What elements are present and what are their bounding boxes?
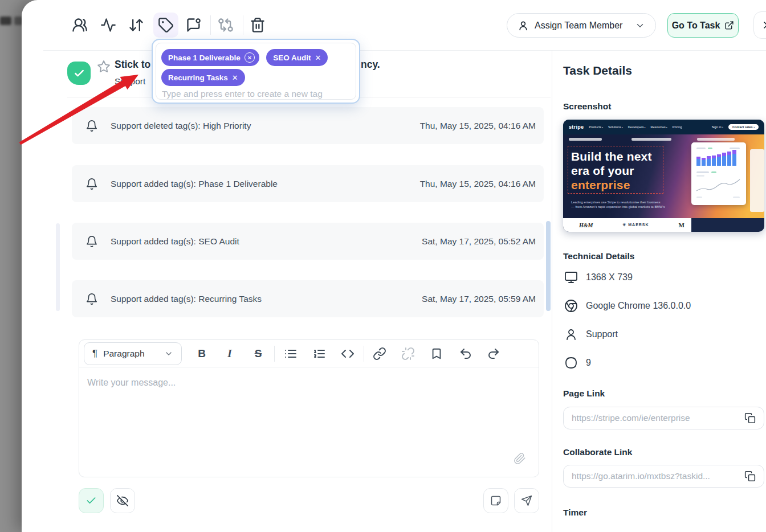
tag-chip-label: SEO Audit <box>273 54 311 62</box>
close-icon <box>761 19 766 31</box>
send-icon <box>521 495 532 506</box>
internal-note-button[interactable] <box>483 488 508 513</box>
link-button[interactable] <box>372 346 388 362</box>
bookmark-button[interactable] <box>429 346 445 362</box>
task-status-avatar[interactable] <box>67 62 91 85</box>
strikethrough-button[interactable]: S <box>250 346 266 362</box>
close-button[interactable] <box>753 11 766 39</box>
thumbnail-logos: H&M ✳ MAERSK M <box>563 218 691 232</box>
toolbar-divider <box>364 346 364 362</box>
new-tag-input-placeholder[interactable]: Type and press enter to create a new tag <box>162 89 323 99</box>
message-input[interactable]: Write your message... <box>79 367 539 477</box>
tech-count-row: 9 <box>564 356 591 370</box>
chevron-down-icon <box>635 21 645 31</box>
activity-time: Sat, May 17, 2025, 05:52 AM <box>422 236 536 247</box>
go-to-task-button[interactable]: Go To Task <box>667 13 739 38</box>
remove-tag-icon[interactable]: ✕ <box>232 73 238 82</box>
eye-off-icon <box>116 494 129 507</box>
remove-tag-icon[interactable]: ✕ <box>315 54 321 62</box>
activity-row: Support added tag(s): Recurring Tasks Sa… <box>72 280 544 317</box>
bell-icon <box>85 235 98 248</box>
tag-blob-icon <box>564 356 578 370</box>
activity-time: Sat, May 17, 2025, 05:59 AM <box>422 294 536 304</box>
marriott-logo: M <box>679 222 684 228</box>
comment-status-icon[interactable] <box>186 17 202 33</box>
thumb-sign-in: Sign in › <box>712 125 723 129</box>
caret-down-icon: ▾ <box>645 126 646 129</box>
message-editor: ¶ Paragraph B I S Write your messa <box>79 339 539 477</box>
trash-icon[interactable] <box>250 17 266 33</box>
undo-button[interactable] <box>458 346 474 362</box>
tags-button-active[interactable] <box>153 13 178 38</box>
thumb-contact-sales: Contact sales › <box>728 124 759 130</box>
bell-icon <box>85 120 98 132</box>
star-icon[interactable] <box>97 60 111 73</box>
copy-icon[interactable] <box>744 412 756 424</box>
activity-row: Support added tag(s): SEO Audit Sat, May… <box>72 223 544 260</box>
backdrop-blur-element <box>0 17 11 25</box>
redo-button[interactable] <box>486 346 502 362</box>
page-link-field[interactable]: https://stripe.com/ie/enterprise <box>563 407 764 429</box>
announcement-bar <box>631 138 671 141</box>
scrollbar-thumb[interactable] <box>56 223 60 311</box>
tech-resolution-row: 1368 X 739 <box>564 271 633 284</box>
remove-tag-icon[interactable]: ✕ <box>245 52 255 63</box>
editor-toolbar: ¶ Paragraph B I S <box>79 340 539 367</box>
approve-button[interactable] <box>79 488 104 513</box>
chrome-icon <box>564 299 578 313</box>
code-button[interactable] <box>340 346 356 362</box>
compare-icon[interactable] <box>218 17 234 33</box>
collaborate-link-field[interactable]: https://go.atarim.io/mxtbsz?taskid... <box>563 465 764 488</box>
announcement-bar <box>697 138 735 141</box>
external-link-icon <box>724 21 734 30</box>
announcement-bar <box>569 138 602 141</box>
send-button[interactable] <box>514 488 539 513</box>
page-link-value: https://stripe.com/ie/enterprise <box>572 413 690 423</box>
toolbar-divider <box>274 346 275 362</box>
activity-text: Support added tag(s): SEO Audit <box>111 236 239 247</box>
bullet-list-button[interactable] <box>283 346 299 362</box>
go-to-task-label: Go To Task <box>672 21 720 31</box>
paragraph-label: Paragraph <box>103 349 144 359</box>
sidebar-title: Task Details <box>563 64 632 77</box>
assign-team-member-dropdown[interactable]: Assign Team Member <box>507 13 656 38</box>
monitor-icon <box>564 271 578 284</box>
page-link-label: Page Link <box>563 388 605 399</box>
collaborators-icon[interactable] <box>72 17 88 33</box>
mini-bar-chart <box>695 146 742 201</box>
hero-line: enterprise <box>571 178 652 192</box>
tech-user-row: Support <box>564 328 618 341</box>
hide-comment-button[interactable] <box>110 488 135 513</box>
stripe-logo: stripe <box>569 124 584 130</box>
task-author[interactable]: Support <box>115 76 145 87</box>
caret-down-icon: ▾ <box>622 126 623 129</box>
hm-logo: H&M <box>579 222 593 228</box>
thumbnail-stripe-nav: stripe Products▾ Solutions▾ Developers▾ … <box>563 120 764 134</box>
maersk-logo: ✳ MAERSK <box>622 223 649 227</box>
scrollbar-thumb[interactable] <box>546 221 551 311</box>
italic-button[interactable]: I <box>222 346 238 362</box>
unlink-button[interactable] <box>400 346 416 362</box>
sort-icon[interactable] <box>128 17 144 33</box>
hero-line: Build the next <box>571 149 652 163</box>
bell-icon <box>85 178 98 190</box>
bold-button[interactable]: B <box>194 346 210 362</box>
attachment-icon[interactable] <box>514 452 526 465</box>
activity-text: Support deleted tag(s): High Priority <box>111 121 251 131</box>
screen: Assign Team Member Go To Task Stick to n… <box>0 0 766 532</box>
tech-browser-row: Google Chrome 136.0.0.0 <box>564 299 691 313</box>
screenshot-thumbnail[interactable]: stripe Products▾ Solutions▾ Developers▾ … <box>563 120 764 232</box>
thumb-nav-item: Solutions <box>608 125 621 129</box>
assign-team-member-label: Assign Team Member <box>535 21 622 31</box>
activity-text: Support added tag(s): Recurring Tasks <box>111 294 262 304</box>
tag-input-container[interactable]: Phase 1 Deliverable ✕ SEO Audit ✕ Recurr… <box>156 43 356 100</box>
sidebar-border <box>552 50 552 532</box>
activity-icon[interactable] <box>100 17 116 33</box>
bell-icon <box>85 293 98 305</box>
paragraph-style-dropdown[interactable]: ¶ Paragraph <box>84 342 182 365</box>
task-title-fragment-left: Stick to <box>115 59 150 71</box>
thumbnail-hero: Build the next era of your enterprise Le… <box>563 134 764 218</box>
ordered-list-button[interactable] <box>311 346 327 362</box>
copy-icon[interactable] <box>744 470 756 482</box>
caret-down-icon: ▾ <box>602 126 603 129</box>
